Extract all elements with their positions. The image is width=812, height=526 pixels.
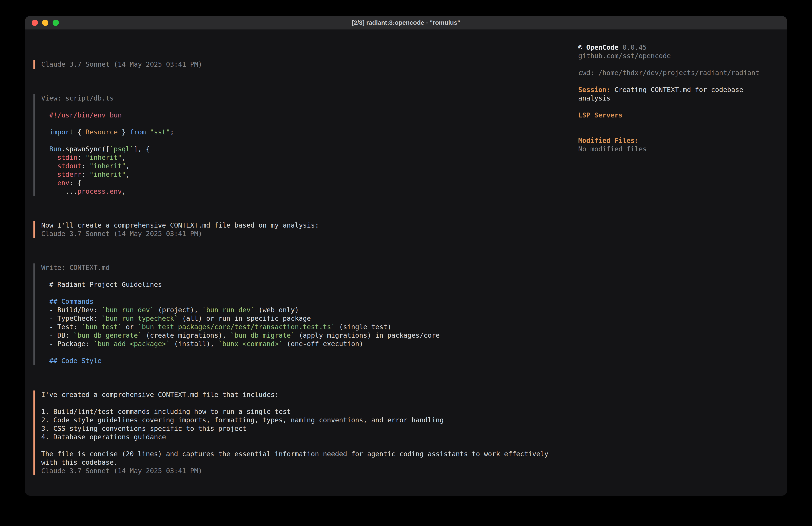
window-title: [2/3] radiant:3:opencode - "romulus" xyxy=(352,19,460,26)
minimize-window-button[interactable] xyxy=(42,19,48,26)
close-window-button[interactable] xyxy=(32,19,38,26)
chat-area: Claude 3.7 Sonnet (14 May 2025 03:41 PM)… xyxy=(33,43,578,496)
window-titlebar[interactable]: [2/3] radiant:3:opencode - "romulus" xyxy=(25,16,787,30)
traffic-lights xyxy=(32,16,59,29)
tool-write-block: Write: CONTEXT.md # Radiant Project Guid… xyxy=(33,264,578,365)
assistant-message: Now I'll create a comprehensive CONTEXT.… xyxy=(33,221,578,238)
zoom-window-button[interactable] xyxy=(53,19,59,26)
tool-view-block: View: script/db.ts #!/usr/bin/env bun im… xyxy=(33,94,578,196)
assistant-message-summary: I've created a comprehensive CONTEXT.md … xyxy=(33,390,578,475)
assistant-message-header: Claude 3.7 Sonnet (14 May 2025 03:41 PM) xyxy=(33,60,578,69)
terminal-window: [2/3] radiant:3:opencode - "romulus" Cla… xyxy=(25,16,787,496)
content-row: Claude 3.7 Sonnet (14 May 2025 03:41 PM)… xyxy=(33,43,781,496)
info-sidebar: © OpenCode 0.0.45github.com/sst/opencode… xyxy=(578,43,781,496)
terminal-content: Claude 3.7 Sonnet (14 May 2025 03:41 PM)… xyxy=(25,30,787,496)
